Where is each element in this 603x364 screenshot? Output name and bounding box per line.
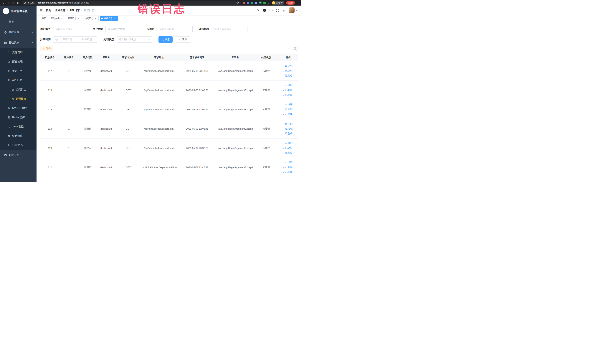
warning-icon: [24, 2, 26, 4]
search-icon[interactable]: [256, 9, 259, 12]
cell-process-status: 未处理: [253, 119, 279, 138]
navbar-actions: ? TT: [256, 7, 297, 13]
detail-link[interactable]: 详细: [285, 161, 292, 164]
extension-grid-icon[interactable]: [255, 2, 257, 4]
detail-link[interactable]: 详细: [285, 141, 292, 145]
breadcrumb-item[interactable]: API 日志: [70, 9, 80, 12]
reset-button[interactable]: 重置: [176, 36, 190, 43]
mark-ignored-link[interactable]: 已忽略: [282, 74, 292, 77]
browser-profile-chip[interactable]: 已暂停: [272, 1, 284, 5]
extension-icon[interactable]: [243, 2, 245, 4]
extension-icon[interactable]: [247, 2, 249, 4]
column-settings-button[interactable]: [292, 46, 298, 51]
extension-leaf-icon[interactable]: [263, 2, 266, 4]
extension-icon[interactable]: [251, 2, 253, 4]
date-range-picker[interactable]: 开始日期 - 结束日期: [53, 36, 97, 43]
tab-close-icon[interactable]: ×: [114, 17, 116, 20]
mark-processed-label: 已处理: [285, 146, 292, 150]
app-name-input[interactable]: [157, 26, 193, 32]
browser-update-button[interactable]: 更新: [286, 1, 295, 5]
mark-ignored-link[interactable]: 已忽略: [282, 93, 292, 97]
browser-back-icon[interactable]: [1, 1, 6, 5]
bookmark-star-icon[interactable]: [236, 1, 239, 4]
check-icon: [282, 89, 285, 91]
mark-processed-link[interactable]: 已处理: [282, 127, 292, 130]
sidebar-item-config-manage[interactable]: 配置管理: [0, 57, 36, 66]
tab-scheduled-job[interactable]: 定时任务×: [49, 16, 65, 21]
filter-label: 用户类型: [93, 27, 103, 31]
mark-processed-link[interactable]: 已处理: [282, 165, 292, 169]
sidebar-item-system[interactable]: 系统管理: [0, 27, 36, 37]
tab-close-icon[interactable]: ×: [61, 17, 63, 20]
cell-log-id: 117: [40, 61, 59, 81]
sidebar-item-java-monitor[interactable]: Java 监控: [0, 122, 36, 131]
sidebar-item-file-manage[interactable]: 文件管理: [0, 48, 36, 57]
mark-ignored-link[interactable]: 已忽略: [282, 151, 292, 154]
folder-icon: [8, 51, 10, 54]
mark-ignored-link[interactable]: 已忽略: [282, 132, 292, 135]
detail-link[interactable]: 详细: [285, 103, 292, 106]
export-button[interactable]: 导出: [40, 46, 53, 51]
browser-reload-icon[interactable]: [11, 1, 16, 5]
process-status-select[interactable]: 请选择处理状态: [116, 36, 152, 43]
tab-close-icon[interactable]: ×: [94, 17, 97, 20]
address-bar[interactable]: 不安全 dashboard.yudao.iocoder.cn/infra/log…: [22, 1, 241, 5]
mark-ignored-label: 已忽略: [285, 151, 292, 154]
sidebar-item-error-log[interactable]: 错误日志: [0, 94, 36, 104]
help-icon[interactable]: ?: [269, 9, 273, 12]
sidebar-item-devtools[interactable]: 研发工具: [0, 150, 36, 160]
browser-forward-icon[interactable]: [6, 1, 11, 5]
sidebar-item-api-log[interactable]: API 日志: [0, 76, 36, 85]
sidebar-item-log-center[interactable]: 日志中心: [0, 141, 36, 150]
tab-close-icon[interactable]: ×: [78, 17, 80, 20]
refresh-table-button[interactable]: [285, 46, 290, 51]
breadcrumb-item[interactable]: 基础设施: [55, 9, 65, 12]
extension-on-badge[interactable]: on: [259, 1, 262, 4]
col-user-id: 用户编号: [59, 54, 78, 61]
cell-user-id: 1: [59, 100, 78, 119]
detail-link[interactable]: 详细: [285, 84, 292, 87]
sidebar-item-redis-monitor[interactable]: Redis 监控: [0, 113, 36, 122]
search-icon: [162, 38, 164, 41]
breadcrumb-item[interactable]: 首页: [46, 9, 51, 12]
cell-request-url: /api/infra/db-doc/export-html: [141, 119, 177, 138]
eye-icon: [285, 104, 287, 106]
user-type-select[interactable]: 请选择用户类型: [105, 26, 140, 32]
font-size-icon[interactable]: TT: [282, 9, 285, 12]
detail-link[interactable]: 详细: [285, 64, 292, 68]
date-start-placeholder: 开始日期: [59, 38, 76, 41]
sidebar-item-infra[interactable]: 基础设施: [0, 37, 36, 48]
hamburger-icon[interactable]: [39, 9, 43, 12]
github-icon[interactable]: [263, 9, 266, 12]
sidebar-item-access-log[interactable]: 访问日志: [0, 85, 36, 94]
search-button[interactable]: 搜索: [159, 36, 173, 43]
tab-error-log[interactable]: 错误日志×: [100, 16, 118, 21]
mark-processed-link[interactable]: 已处理: [282, 69, 292, 72]
mark-processed-link[interactable]: 已处理: [282, 108, 292, 111]
extension-pin-icon[interactable]: [267, 2, 270, 4]
sidebar-item-trace[interactable]: 链路追踪: [0, 131, 36, 141]
user-id-input[interactable]: [53, 26, 86, 32]
logo-image: [3, 8, 9, 14]
browser-menu-icon[interactable]: ⋮: [296, 1, 300, 4]
mark-processed-link[interactable]: 已处理: [282, 146, 292, 150]
tab-access-log[interactable]: 访问日志×: [83, 16, 99, 21]
app-logo[interactable]: 芋道管理系统: [0, 6, 36, 17]
sidebar-item-scheduled-job[interactable]: 定时任务: [0, 66, 36, 76]
detail-link[interactable]: 详细: [285, 122, 292, 126]
user-avatar[interactable]: [289, 7, 297, 13]
filter-label: 异常时间: [40, 38, 51, 41]
tab-schedule-log[interactable]: 调度日志×: [66, 16, 82, 21]
sidebar-item-home[interactable]: 首页: [0, 17, 36, 27]
browser-home-icon[interactable]: [16, 1, 20, 5]
mark-ignored-link[interactable]: 已忽略: [282, 113, 292, 116]
chevron-down-icon: [148, 38, 150, 41]
tab-label: 访问日志: [84, 17, 93, 20]
mark-processed-link[interactable]: 已处理: [282, 88, 292, 92]
mark-ignored-link[interactable]: 已忽略: [282, 170, 292, 174]
sidebar-item-mysql-monitor[interactable]: MySQL 监控: [0, 104, 36, 113]
fullscreen-icon[interactable]: [276, 9, 279, 12]
cell-method: GET: [116, 81, 141, 100]
tab-home[interactable]: 首页: [40, 16, 48, 21]
request-url-input[interactable]: [212, 26, 247, 32]
